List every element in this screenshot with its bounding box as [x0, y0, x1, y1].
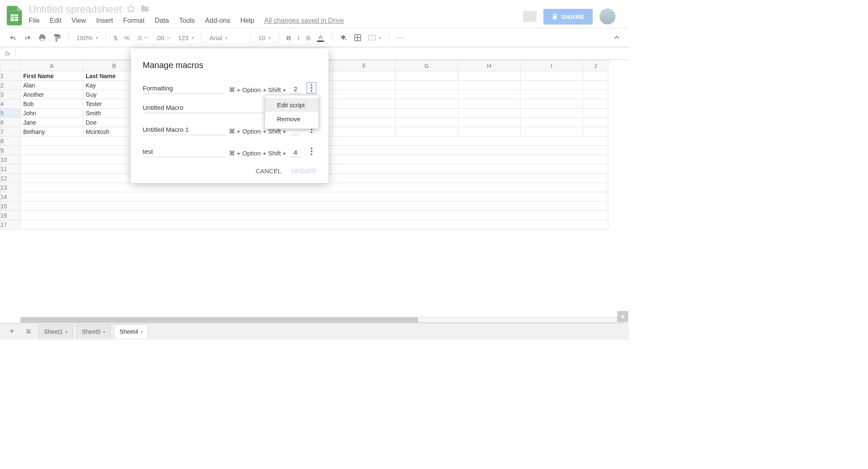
cell[interactable]: Alan	[21, 81, 83, 90]
text-color-button[interactable]: A	[315, 32, 326, 44]
row-header[interactable]: 1	[0, 71, 21, 81]
row-header[interactable]: 13	[0, 183, 21, 192]
cell[interactable]: Bob	[21, 99, 83, 109]
edit-script-menuitem[interactable]: Edit script	[265, 98, 318, 112]
add-sheet-button[interactable]: +	[5, 325, 19, 338]
macro-more-button[interactable]	[307, 82, 317, 94]
sheet-tab-active[interactable]: Sheet4▾	[114, 324, 148, 338]
font-size-dropdown[interactable]: 10	[255, 33, 273, 43]
fill-color-button[interactable]	[337, 32, 350, 43]
sheet-tab[interactable]: Sheet1▾	[38, 324, 73, 338]
col-header[interactable]: J	[583, 60, 608, 71]
italic-button[interactable]: I	[295, 33, 302, 43]
row-header[interactable]: 2	[0, 81, 21, 90]
cell[interactable]: First Name	[21, 71, 83, 81]
bold-button[interactable]: B	[284, 33, 293, 43]
row-header[interactable]: 5	[0, 109, 21, 118]
cell[interactable]: Jane	[21, 118, 83, 127]
print-button[interactable]	[35, 32, 49, 43]
menu-addons[interactable]: Add-ons	[205, 17, 231, 25]
sheet-tab[interactable]: Sheet5▾	[76, 324, 111, 338]
shortcut-key-input[interactable]: 4	[290, 149, 301, 157]
horizontal-scrollbar[interactable]	[20, 317, 623, 323]
font-dropdown[interactable]: Arial	[207, 33, 245, 43]
cell[interactable]: Bethany	[21, 127, 83, 136]
macro-name-input[interactable]: Formatting	[143, 85, 225, 94]
row-header[interactable]: 17	[0, 220, 21, 229]
svg-rect-1	[40, 35, 44, 36]
shortcut-key-input[interactable]	[290, 134, 301, 135]
shortcut-label: ⌘ + Option + Shift +	[229, 86, 286, 94]
drive-status[interactable]: All changes saved in Drive	[264, 17, 344, 25]
menu-view[interactable]: View	[71, 17, 86, 25]
shortcut-key-input[interactable]: 2	[290, 85, 301, 94]
macro-name-input[interactable]: Untitled Macro	[143, 104, 281, 113]
folder-icon[interactable]	[140, 5, 149, 14]
menu-format[interactable]: Format	[123, 17, 145, 25]
menu-data[interactable]: Data	[155, 17, 169, 25]
row-header[interactable]: 8	[0, 136, 21, 146]
menu-edit[interactable]: Edit	[50, 17, 62, 25]
row-header[interactable]: 14	[0, 192, 21, 202]
col-header[interactable]: F	[333, 60, 396, 71]
paint-format-button[interactable]	[51, 32, 63, 44]
comments-button[interactable]	[523, 11, 537, 22]
svg-point-5	[345, 39, 347, 40]
sheet-bar: + ≡ Sheet1▾ Sheet5▾ Sheet4▾	[0, 323, 629, 340]
select-all-corner[interactable]	[0, 60, 21, 71]
all-sheets-button[interactable]: ≡	[22, 325, 35, 338]
row-header[interactable]: 9	[0, 146, 21, 155]
macro-name-input[interactable]: test	[143, 148, 225, 157]
undo-button[interactable]	[7, 33, 19, 42]
row-header[interactable]: 7	[0, 127, 21, 136]
cancel-button[interactable]: CANCEL	[255, 167, 281, 175]
macro-name-input[interactable]: Untitled Macro 1	[143, 126, 225, 135]
row-header[interactable]: 16	[0, 211, 21, 220]
macro-row: test ⌘ + Option + Shift + 4	[143, 145, 317, 157]
svg-rect-3	[41, 38, 44, 41]
update-button[interactable]: UPDATE	[291, 167, 317, 175]
lock-icon	[552, 13, 558, 20]
menu-help[interactable]: Help	[240, 17, 254, 25]
macro-more-button[interactable]	[307, 145, 317, 157]
cell[interactable]: John	[21, 109, 83, 118]
strikethrough-button[interactable]: S	[304, 33, 313, 43]
decrease-decimal-button[interactable]: .0←	[134, 33, 151, 43]
remove-menuitem[interactable]: Remove	[265, 112, 318, 126]
share-button[interactable]: SHARE	[543, 9, 593, 25]
row-header[interactable]: 6	[0, 118, 21, 127]
macro-context-menu: Edit script Remove	[265, 95, 319, 129]
borders-button[interactable]	[351, 32, 364, 43]
zoom-dropdown[interactable]: 100%	[74, 33, 100, 43]
row-header[interactable]: 3	[0, 90, 21, 99]
menu-file[interactable]: File	[29, 17, 40, 25]
currency-button[interactable]: $	[111, 33, 119, 43]
star-icon[interactable]	[127, 4, 135, 14]
col-header[interactable]: I	[521, 60, 583, 71]
shortcut-label: ⌘ + Option + Shift +	[229, 150, 286, 157]
row-header[interactable]: 11	[0, 164, 21, 174]
number-format-dropdown[interactable]: 123	[175, 33, 196, 43]
collapse-toolbar-button[interactable]	[611, 34, 622, 41]
row-header[interactable]: 15	[0, 202, 21, 211]
explore-button[interactable]: ✦	[617, 311, 628, 322]
more-button[interactable]: ⋯	[394, 32, 407, 43]
row-header[interactable]: 10	[0, 155, 21, 164]
row-header[interactable]: 12	[0, 174, 21, 183]
macro-row: Formatting ⌘ + Option + Shift + 2	[143, 82, 317, 94]
doc-title[interactable]: Untitled spreadsheet	[29, 3, 122, 15]
row-header[interactable]: 4	[0, 99, 21, 109]
col-header[interactable]: A	[21, 60, 83, 71]
menu-tools[interactable]: Tools	[179, 17, 195, 25]
col-header[interactable]: H	[458, 60, 521, 71]
increase-decimal-button[interactable]: .00→	[153, 33, 174, 43]
cell[interactable]: Another	[21, 90, 83, 99]
avatar[interactable]	[599, 8, 616, 25]
fx-label: fx	[5, 50, 10, 57]
menu-insert[interactable]: Insert	[96, 17, 113, 25]
merge-button[interactable]	[366, 33, 384, 42]
sheets-logo	[7, 6, 22, 25]
col-header[interactable]: G	[396, 60, 458, 71]
percent-button[interactable]: %	[122, 33, 132, 43]
redo-button[interactable]	[21, 33, 34, 42]
